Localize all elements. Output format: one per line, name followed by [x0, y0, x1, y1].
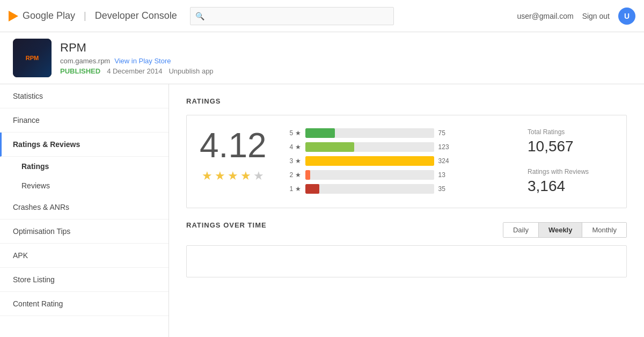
- logo-console-text: Developer Console: [95, 10, 177, 21]
- sidebar-item-finance[interactable]: Finance: [0, 108, 169, 133]
- header: Google Play | Developer Console 🔍 user@g…: [0, 0, 644, 32]
- search-icon: 🔍: [195, 12, 204, 20]
- app-date: 4 December 2014: [107, 67, 162, 75]
- sidebar: Statistics Finance Ratings & Reviews Rat…: [0, 84, 169, 337]
- stats-box: Total Ratings 10,567 Ratings with Review…: [528, 128, 613, 195]
- star-1: ★: [202, 169, 213, 183]
- signout-link[interactable]: Sign out: [582, 12, 610, 20]
- bar-label: 4 ★: [288, 143, 301, 151]
- sidebar-item-store-listing[interactable]: Store Listing: [0, 268, 169, 292]
- app-status-badge: PUBLISHED: [60, 67, 100, 75]
- search-bar[interactable]: 🔍: [190, 7, 394, 25]
- bar-count: 123: [438, 143, 455, 151]
- bar-fill: [305, 184, 319, 194]
- ratings-with-reviews: Ratings with Reviews 3,164: [528, 168, 613, 195]
- ratings-with-reviews-value: 3,164: [528, 178, 613, 195]
- logo-google-play: Google Play: [23, 10, 75, 21]
- total-ratings: Total Ratings 10,567: [528, 128, 613, 155]
- sidebar-item-ratings-reviews[interactable]: Ratings & Reviews: [0, 133, 169, 157]
- app-info: RPM com.games.rpm View in Play Store PUB…: [60, 41, 214, 75]
- bar-fill: [305, 170, 311, 180]
- ratings-section-title: RATINGS: [186, 97, 627, 105]
- big-rating: 4.12 ★ ★ ★ ★ ★: [200, 128, 267, 183]
- layout: Statistics Finance Ratings & Reviews Rat…: [0, 84, 644, 337]
- time-btn-daily[interactable]: Daily: [503, 223, 539, 237]
- sidebar-item-apk[interactable]: APK: [0, 244, 169, 268]
- ratings-with-reviews-label: Ratings with Reviews: [528, 168, 613, 175]
- play-icon: [9, 11, 18, 21]
- search-input[interactable]: [190, 7, 394, 25]
- bar-row: 3 ★ 324: [288, 156, 506, 166]
- star-5: ★: [253, 169, 264, 183]
- bar-track: [305, 128, 434, 138]
- total-ratings-label: Total Ratings: [528, 128, 613, 136]
- app-name: RPM: [60, 41, 214, 55]
- bar-track: [305, 142, 434, 152]
- bar-track: [305, 156, 434, 166]
- sidebar-subitem-reviews[interactable]: Reviews: [0, 176, 169, 195]
- bar-count: 35: [438, 185, 455, 193]
- bar-track: [305, 170, 434, 180]
- logo-divider: |: [84, 10, 86, 21]
- bar-label: 1 ★: [288, 185, 301, 193]
- bar-fill: [305, 156, 434, 166]
- ratings-card: 4.12 ★ ★ ★ ★ ★ 5 ★ 75 4 ★: [186, 115, 627, 208]
- app-bar: RPM RPM com.games.rpm View in Play Store…: [0, 32, 644, 84]
- bar-fill: [305, 142, 354, 152]
- app-package: com.games.rpm: [60, 57, 110, 65]
- unpublish-button[interactable]: Unpublish app: [169, 67, 213, 75]
- logo: Google Play | Developer Console: [9, 10, 177, 21]
- time-buttons: Daily Weekly Monthly: [503, 222, 627, 238]
- bar-count: 324: [438, 157, 455, 165]
- avatar: U: [618, 8, 635, 25]
- bar-row: 2 ★ 13: [288, 170, 506, 180]
- over-time-chart: [186, 245, 627, 277]
- star-4: ★: [240, 169, 251, 183]
- star-3: ★: [228, 169, 238, 183]
- app-icon: RPM: [13, 39, 52, 77]
- bar-row: 4 ★ 123: [288, 142, 506, 152]
- bar-row: 1 ★ 35: [288, 184, 506, 194]
- star-2: ★: [215, 169, 225, 183]
- stars-row: ★ ★ ★ ★ ★: [202, 169, 264, 183]
- over-time-title: RATINGS OVER TIME: [186, 221, 267, 229]
- header-right: user@gmail.com Sign out U: [517, 8, 635, 25]
- over-time-header: RATINGS OVER TIME Daily Weekly Monthly: [186, 221, 627, 239]
- app-icon-inner: RPM: [13, 39, 52, 77]
- sidebar-subitem-ratings[interactable]: Ratings: [0, 157, 169, 176]
- app-status-row: PUBLISHED 4 December 2014 Unpublish app: [60, 67, 214, 75]
- bar-row: 5 ★ 75: [288, 128, 506, 138]
- sidebar-item-optimisation-tips[interactable]: Optimisation Tips: [0, 219, 169, 244]
- sidebar-item-statistics[interactable]: Statistics: [0, 84, 169, 108]
- sidebar-item-crashes-anrs[interactable]: Crashes & ANRs: [0, 195, 169, 219]
- time-btn-weekly[interactable]: Weekly: [539, 223, 583, 237]
- bar-label: 5 ★: [288, 129, 301, 137]
- bar-fill: [305, 128, 335, 138]
- bar-track: [305, 184, 434, 194]
- bar-count: 75: [438, 129, 455, 137]
- view-in-play-store-link[interactable]: View in Play Store: [114, 57, 171, 65]
- bar-label: 3 ★: [288, 157, 301, 165]
- bars-section: 5 ★ 75 4 ★ 123 3 ★ 324 2 ★ 13 1 ★: [288, 128, 506, 194]
- sidebar-item-content-rating[interactable]: Content Rating: [0, 292, 169, 316]
- app-icon-label: RPM: [26, 55, 39, 61]
- bar-count: 13: [438, 171, 455, 179]
- main-content: RATINGS 4.12 ★ ★ ★ ★ ★ 5 ★ 75: [169, 84, 644, 337]
- bar-label: 2 ★: [288, 171, 301, 179]
- time-btn-monthly[interactable]: Monthly: [582, 223, 626, 237]
- user-email: user@gmail.com: [517, 12, 573, 20]
- total-ratings-value: 10,567: [528, 138, 613, 155]
- average-rating: 4.12: [200, 128, 267, 163]
